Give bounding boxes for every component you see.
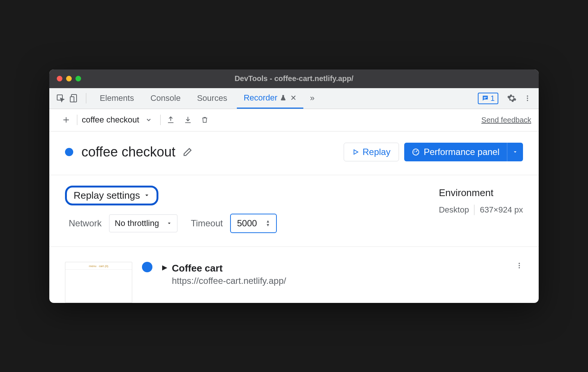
environment-dimensions: 637×924 px bbox=[480, 205, 523, 215]
devtools-tabbar: Elements Console Sources Recorder ✕ » 1 bbox=[49, 88, 539, 109]
performance-panel-label: Performance panel bbox=[424, 147, 499, 157]
flask-icon bbox=[280, 94, 287, 101]
network-throttling-select[interactable]: No throttling bbox=[109, 214, 177, 232]
divider bbox=[474, 205, 474, 215]
tab-sources[interactable]: Sources bbox=[190, 88, 234, 109]
settings-icon[interactable] bbox=[507, 93, 517, 103]
replay-settings-label: Replay settings bbox=[74, 190, 140, 201]
tab-console[interactable]: Console bbox=[144, 88, 188, 109]
divider bbox=[160, 115, 161, 125]
edit-title-icon[interactable] bbox=[182, 147, 193, 157]
svg-point-10 bbox=[519, 265, 520, 266]
tab-recorder[interactable]: Recorder ✕ bbox=[237, 88, 303, 109]
device-toggle-icon[interactable] bbox=[69, 93, 79, 103]
tab-elements[interactable]: Elements bbox=[93, 88, 141, 109]
caret-down-icon bbox=[144, 192, 150, 198]
expand-step-icon[interactable]: ▶ bbox=[162, 263, 167, 272]
replay-button[interactable]: Replay bbox=[344, 143, 399, 161]
step-title: Coffee cart bbox=[172, 263, 286, 274]
svg-point-9 bbox=[519, 263, 520, 264]
titlebar: DevTools - coffee-cart.netlify.app/ bbox=[49, 69, 539, 88]
svg-rect-2 bbox=[70, 97, 74, 102]
window-controls bbox=[57, 76, 81, 81]
timeline bbox=[140, 262, 155, 272]
more-tabs-button[interactable]: » bbox=[306, 88, 318, 109]
svg-point-7 bbox=[527, 100, 528, 101]
recording-selector-dropdown[interactable] bbox=[145, 117, 152, 123]
environment-device: Desktop bbox=[439, 205, 469, 215]
new-recording-button[interactable] bbox=[57, 116, 75, 124]
environment-section: Environment Desktop 637×924 px bbox=[439, 186, 523, 215]
timeout-value: 5000 bbox=[237, 218, 257, 229]
recording-title: coffee checkout bbox=[81, 144, 176, 160]
replay-button-label: Replay bbox=[363, 147, 391, 157]
import-icon[interactable] bbox=[179, 116, 196, 124]
recording-header: coffee checkout Replay Performance panel bbox=[49, 131, 539, 175]
timeout-input[interactable]: 5000 ▲▼ bbox=[230, 214, 276, 233]
timeout-label: Timeout bbox=[191, 218, 223, 229]
caret-down-icon bbox=[167, 221, 172, 226]
svg-rect-3 bbox=[484, 97, 487, 98]
maximize-window-button[interactable] bbox=[75, 76, 81, 81]
timeline-dot-icon bbox=[142, 262, 152, 272]
recording-selector-label: coffee checkout bbox=[79, 115, 145, 125]
divider bbox=[86, 93, 86, 103]
step-url: https://coffee-cart.netlify.app/ bbox=[172, 276, 286, 286]
performance-panel-dropdown[interactable] bbox=[507, 143, 523, 161]
network-label: Network bbox=[69, 218, 102, 229]
inspect-icon[interactable] bbox=[55, 93, 66, 103]
issues-count: 1 bbox=[490, 94, 495, 103]
tab-recorder-label: Recorder bbox=[244, 93, 277, 103]
step-thumbnail: menu cart (0) bbox=[65, 262, 132, 303]
devtools-window: DevTools - coffee-cart.netlify.app/ Elem… bbox=[49, 69, 539, 303]
recorder-toolbar: coffee checkout Send feedback bbox=[49, 109, 539, 131]
status-dot-icon bbox=[65, 148, 73, 156]
replay-settings-toggle[interactable]: Replay settings bbox=[65, 186, 158, 205]
play-icon bbox=[352, 149, 359, 155]
kebab-menu-icon[interactable] bbox=[522, 93, 533, 103]
svg-point-5 bbox=[527, 96, 528, 97]
window-title: DevTools - coffee-cart.netlify.app/ bbox=[49, 74, 539, 83]
gauge-icon bbox=[412, 148, 420, 156]
performance-panel-button[interactable]: Performance panel bbox=[404, 143, 523, 161]
steps-section: menu cart (0) ▶ Coffee cart https://coff… bbox=[49, 247, 539, 303]
network-throttling-value: No throttling bbox=[115, 218, 159, 228]
number-spinner-icon[interactable]: ▲▼ bbox=[266, 220, 270, 227]
svg-rect-4 bbox=[484, 98, 486, 99]
delete-icon[interactable] bbox=[196, 116, 213, 124]
step-item[interactable]: ▶ Coffee cart https://coffee-cart.netlif… bbox=[162, 262, 286, 286]
issues-badge[interactable]: 1 bbox=[478, 93, 498, 104]
send-feedback-link[interactable]: Send feedback bbox=[482, 116, 531, 124]
svg-point-11 bbox=[519, 267, 520, 268]
divider bbox=[77, 115, 77, 125]
step-menu-icon[interactable] bbox=[516, 262, 523, 269]
chat-icon bbox=[482, 94, 489, 102]
close-window-button[interactable] bbox=[57, 76, 62, 81]
svg-point-6 bbox=[527, 97, 528, 99]
minimize-window-button[interactable] bbox=[66, 76, 72, 81]
environment-title: Environment bbox=[439, 187, 523, 199]
settings-section: Replay settings Network No throttling Ti… bbox=[49, 175, 539, 247]
export-icon[interactable] bbox=[162, 116, 179, 124]
close-tab-icon[interactable]: ✕ bbox=[290, 93, 297, 102]
